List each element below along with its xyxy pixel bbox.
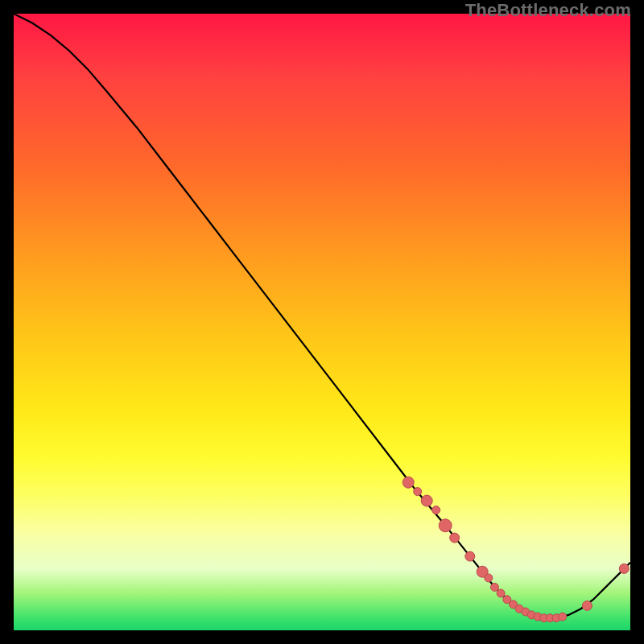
curve-layer bbox=[14, 14, 630, 630]
data-point bbox=[497, 589, 505, 597]
data-point bbox=[485, 574, 493, 582]
curve-points bbox=[402, 477, 629, 622]
chart-frame: TheBottleneck.com bbox=[0, 0, 644, 644]
plot-area bbox=[14, 14, 630, 630]
data-point bbox=[559, 613, 567, 621]
data-point bbox=[582, 601, 592, 610]
data-point bbox=[402, 477, 414, 488]
data-point bbox=[465, 551, 475, 561]
data-point bbox=[450, 533, 460, 543]
bottleneck-curve bbox=[14, 14, 630, 622]
data-point bbox=[491, 583, 499, 591]
curve-line bbox=[14, 14, 630, 618]
watermark-text: TheBottleneck.com bbox=[465, 0, 631, 21]
data-point bbox=[439, 519, 452, 532]
data-point bbox=[432, 506, 440, 514]
data-point bbox=[619, 564, 629, 573]
data-point bbox=[421, 495, 432, 506]
data-point bbox=[414, 488, 422, 496]
